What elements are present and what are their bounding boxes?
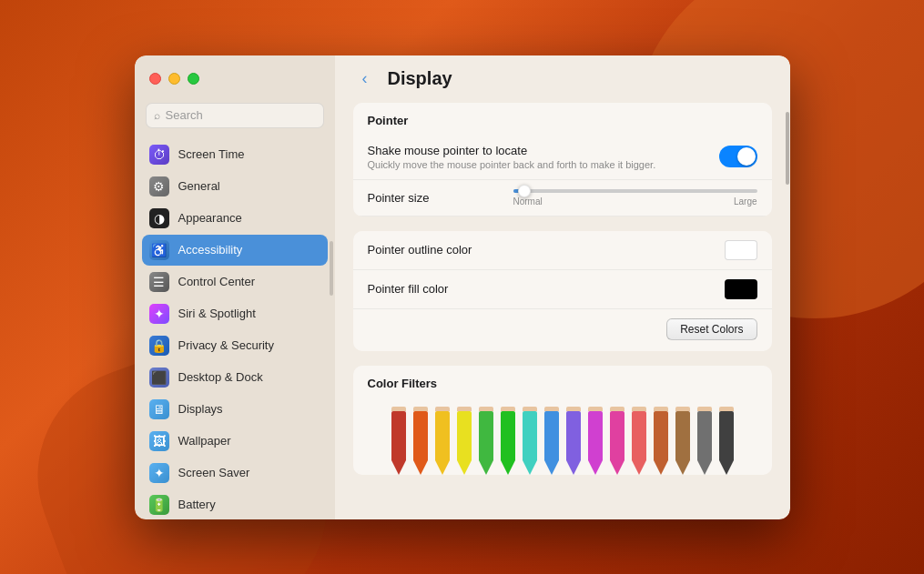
battery-icon: 🔋	[149, 495, 169, 515]
shake-label: Shake mouse pointer to locate	[368, 144, 719, 157]
fill-color-swatch[interactable]	[725, 279, 757, 299]
pencil-body-12	[654, 411, 668, 459]
zoom-button[interactable]	[188, 73, 199, 85]
pencil-body-0	[391, 411, 406, 459]
back-button[interactable]: ‹	[353, 67, 377, 91]
pencil-body-14	[697, 411, 712, 459]
pencil-tip-4	[479, 460, 493, 475]
screen-time-icon: ⏱	[149, 145, 169, 165]
sidebar-item-wallpaper[interactable]: 🖼Wallpaper	[142, 426, 328, 457]
pencil-11	[629, 407, 649, 475]
sidebar-item-siri[interactable]: ✦Siri & Spotlight	[142, 298, 328, 329]
pencil-body-15	[719, 411, 734, 459]
pointer-size-label: Pointer size	[368, 191, 513, 205]
sidebar-item-displays[interactable]: 🖥Displays	[142, 394, 328, 425]
sidebar-item-label-displays: Displays	[178, 402, 223, 416]
pencil-10	[607, 407, 627, 475]
slider-min-label: Normal	[513, 196, 543, 206]
pencil-tip-6	[523, 460, 537, 475]
pencil-tip-5	[501, 460, 515, 475]
close-button[interactable]	[149, 73, 161, 85]
pencil-2	[432, 407, 452, 475]
sidebar-item-label-battery: Battery	[178, 498, 216, 511]
sidebar-item-general[interactable]: ⚙General	[142, 171, 328, 202]
pencil-body-1	[413, 411, 428, 459]
minimize-button[interactable]	[168, 73, 180, 85]
pencil-body-13	[675, 411, 690, 459]
pencil-tip-10	[610, 460, 624, 475]
system-preferences-window: ⌕ Search ⏱Screen Time⚙General◑Appearance…	[135, 55, 790, 519]
sidebar-item-label-screen-time: Screen Time	[178, 147, 245, 161]
search-box[interactable]: ⌕ Search	[146, 103, 324, 128]
sidebar-item-privacy[interactable]: 🔒Privacy & Security	[142, 330, 328, 361]
displays-icon: 🖥	[149, 399, 169, 419]
pencil-tip-15	[719, 460, 734, 475]
pencil-body-5	[501, 411, 515, 459]
pencil-14	[695, 407, 715, 475]
outline-color-swatch[interactable]	[725, 240, 757, 260]
pointer-section-title: Pointer	[353, 103, 772, 135]
sidebar-list: ⏱Screen Time⚙General◑Appearance♿Accessib…	[135, 136, 335, 519]
sidebar-scrollbar	[330, 241, 333, 296]
slider-track[interactable]	[513, 189, 757, 193]
pencil-15	[716, 407, 736, 475]
reset-row: Reset Colors	[353, 309, 772, 351]
slider-thumb[interactable]	[518, 185, 531, 197]
reset-colors-button[interactable]: Reset Colors	[666, 318, 756, 340]
sidebar-item-screen-saver[interactable]: ✦Screen Saver	[142, 458, 328, 488]
privacy-icon: 🔒	[149, 336, 169, 356]
pencils-container	[353, 398, 772, 475]
accessibility-icon: ♿	[149, 240, 169, 260]
general-icon: ⚙	[149, 176, 169, 196]
sidebar-item-desktop[interactable]: ⬛Desktop & Dock	[142, 362, 328, 393]
outline-color-row: Pointer outline color	[353, 231, 772, 270]
pencil-tip-14	[697, 460, 712, 475]
sidebar: ⌕ Search ⏱Screen Time⚙General◑Appearance…	[135, 55, 335, 519]
sidebar-item-battery[interactable]: 🔋Battery	[142, 489, 328, 519]
toggle-knob	[737, 147, 756, 166]
slider-container: Normal Large	[513, 189, 757, 206]
pencil-3	[454, 407, 474, 475]
appearance-icon: ◑	[149, 208, 169, 228]
pencil-tip-8	[566, 460, 581, 475]
color-filters-title: Color Filters	[353, 366, 772, 398]
sidebar-item-label-accessibility: Accessibility	[178, 243, 243, 257]
pencil-4	[476, 407, 496, 475]
pencil-9	[585, 407, 605, 475]
sidebar-item-label-siri: Siri & Spotlight	[178, 307, 256, 320]
pencil-tip-1	[413, 460, 428, 475]
pencil-13	[673, 407, 693, 475]
pencil-0	[389, 407, 409, 475]
page-title: Display	[388, 68, 452, 89]
sidebar-item-control-center[interactable]: ☰Control Center	[142, 267, 328, 297]
pencil-body-4	[479, 411, 493, 459]
pencil-body-7	[544, 411, 559, 459]
shake-setting-info: Shake mouse pointer to locate Quickly mo…	[368, 144, 719, 170]
pencil-body-8	[566, 411, 581, 459]
pointer-size-row: Pointer size Normal Large	[353, 180, 772, 217]
fill-color-label: Pointer fill color	[368, 282, 725, 296]
scrollbar-thumb	[786, 112, 789, 185]
sidebar-item-label-control-center: Control Center	[178, 275, 256, 288]
sidebar-item-accessibility[interactable]: ♿Accessibility	[142, 235, 328, 266]
pencil-tip-13	[675, 460, 690, 475]
pointer-colors-section: Pointer outline color Pointer fill color…	[353, 231, 772, 351]
siri-icon: ✦	[149, 304, 169, 324]
sidebar-item-label-privacy: Privacy & Security	[178, 338, 274, 352]
sidebar-item-label-general: General	[178, 179, 220, 193]
slider-labels: Normal Large	[513, 196, 757, 206]
pencil-tip-12	[654, 460, 668, 475]
shake-desc: Quickly move the mouse pointer back and …	[368, 159, 719, 170]
right-scrollbar[interactable]	[785, 103, 790, 519]
wallpaper-icon: 🖼	[149, 431, 169, 451]
sidebar-item-label-wallpaper: Wallpaper	[178, 434, 231, 448]
search-placeholder: Search	[166, 108, 203, 122]
sidebar-item-label-screen-saver: Screen Saver	[178, 466, 250, 479]
pencil-5	[498, 407, 518, 475]
sidebar-item-label-appearance: Appearance	[178, 211, 242, 225]
shake-toggle[interactable]	[719, 146, 757, 167]
pencil-tip-9	[588, 460, 603, 475]
shake-setting-row: Shake mouse pointer to locate Quickly mo…	[353, 135, 772, 180]
sidebar-item-screen-time[interactable]: ⏱Screen Time	[142, 139, 328, 170]
sidebar-item-appearance[interactable]: ◑Appearance	[142, 203, 328, 234]
